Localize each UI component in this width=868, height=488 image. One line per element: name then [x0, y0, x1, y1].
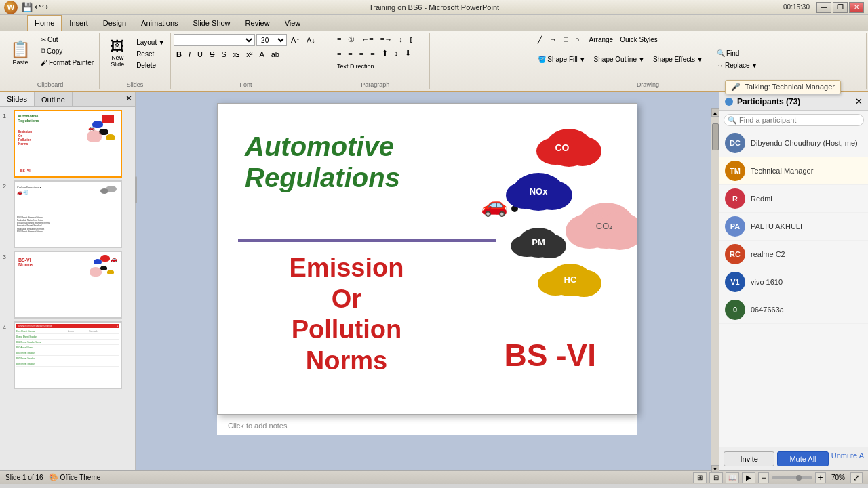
- shape-line-tool[interactable]: ╱: [535, 34, 545, 45]
- bullets-button[interactable]: ≡: [334, 34, 344, 45]
- tab-animations[interactable]: Animations: [134, 15, 185, 31]
- slide-thumb-1[interactable]: 1 AutomotiveRegulations EmissionOrPollut…: [3, 110, 132, 178]
- replace-button[interactable]: ↔Replace ▼: [714, 60, 761, 70]
- underline-button[interactable]: U: [195, 49, 205, 60]
- zoom-slider[interactable]: [772, 476, 812, 479]
- increase-font-button[interactable]: A↑: [288, 35, 302, 45]
- shape-oval-tool[interactable]: ○: [572, 34, 583, 45]
- participant-avatar-7: 0: [725, 300, 745, 320]
- cut-icon: ✂: [41, 36, 46, 43]
- copy-icon: ⧉: [41, 47, 45, 55]
- close-button[interactable]: ✕: [849, 2, 864, 13]
- participant-name-6: vivo 1610: [751, 278, 783, 286]
- scroll-up-arrow[interactable]: ▲: [711, 108, 719, 117]
- scroll-down-arrow[interactable]: ▼: [711, 465, 719, 473]
- layout-button[interactable]: Layout ▼: [134, 37, 167, 47]
- align-left-button[interactable]: ≡: [334, 47, 344, 58]
- cut-button[interactable]: ✂Cut: [38, 34, 96, 45]
- mute-all-button[interactable]: Mute All: [777, 451, 828, 466]
- close-panel-button[interactable]: ✕: [123, 92, 135, 106]
- copy-button[interactable]: ⧉Copy: [38, 45, 96, 56]
- slides-group-label: Slides: [102, 81, 167, 88]
- line-spacing-button[interactable]: ↕: [396, 34, 406, 45]
- invite-button[interactable]: Invite: [724, 451, 774, 466]
- slide-num-1: 1: [3, 113, 11, 119]
- reset-button[interactable]: Reset: [134, 48, 167, 59]
- office-logo[interactable]: W: [4, 1, 18, 14]
- participant-name-1: Dibyendu Choudhury (Host, me): [751, 139, 858, 147]
- quick-access-undo[interactable]: ↩: [35, 3, 41, 12]
- arrange-button[interactable]: Arrange: [587, 34, 616, 45]
- svg-text:PM: PM: [532, 237, 545, 247]
- shape-arrow-tool[interactable]: →: [547, 34, 559, 45]
- unmute-button[interactable]: Unmute A: [831, 451, 864, 466]
- tab-home[interactable]: Home: [27, 15, 62, 31]
- slide-num-4: 4: [3, 324, 11, 331]
- italic-button[interactable]: I: [186, 49, 193, 60]
- svg-text:CO₂: CO₂: [596, 221, 613, 231]
- slide-thumb-4[interactable]: 4 Survey of Emission standards in India …: [3, 321, 132, 389]
- superscript-button[interactable]: x²: [243, 49, 255, 60]
- restore-button[interactable]: ❐: [833, 2, 848, 13]
- find-button[interactable]: 🔍Find: [714, 47, 761, 58]
- slideshow-button[interactable]: ▶: [742, 472, 755, 483]
- notes-area[interactable]: Click to add notes: [217, 415, 637, 435]
- shape-rect-tool[interactable]: □: [561, 34, 571, 45]
- quick-access-save[interactable]: 💾: [22, 2, 33, 12]
- bold-button[interactable]: B: [174, 49, 184, 60]
- quick-access-redo[interactable]: ↪: [42, 3, 48, 12]
- tab-slideshow[interactable]: Slide Show: [186, 15, 238, 31]
- tab-insert[interactable]: Insert: [62, 15, 96, 31]
- justify-button[interactable]: ≡: [368, 47, 377, 58]
- ribbon-group-font: 20 A↑ A↓ B I U S S x₂ x² A ab Font: [171, 33, 321, 89]
- text-direction-button[interactable]: Text Direction: [334, 61, 377, 72]
- quick-styles-button[interactable]: Quick Styles: [617, 34, 660, 45]
- delete-button[interactable]: Delete: [134, 60, 167, 70]
- tab-view[interactable]: View: [277, 15, 309, 31]
- shape-fill-button[interactable]: 🪣Shape Fill ▼: [535, 54, 588, 64]
- format-painter-button[interactable]: 🖌Format Painter: [38, 57, 96, 68]
- gas-clouds-diagram: 🚗 CO NOx PM: [420, 104, 637, 321]
- shape-outline-button[interactable]: Shape Outline ▼: [591, 54, 648, 64]
- reading-view-button[interactable]: 📖: [726, 472, 739, 483]
- participant-item-1: DC Dibyendu Choudhury (Host, me): [719, 129, 868, 157]
- new-slide-button[interactable]: 🖼 New Slide: [102, 34, 132, 72]
- slides-tab[interactable]: Slides: [0, 92, 35, 106]
- align-top-button[interactable]: ⬆: [379, 47, 391, 58]
- slide-canvas[interactable]: Automotive Regulations Emission Or Pollu…: [217, 103, 637, 415]
- slide-sorter-button[interactable]: ⊟: [709, 472, 723, 483]
- slide-thumb-3[interactable]: 3 BS-VINorms 🚗: [3, 251, 132, 319]
- fit-slide-button[interactable]: ⤢: [850, 472, 863, 483]
- strikethrough-button[interactable]: S: [207, 49, 217, 60]
- slide-thumb-2[interactable]: 2 Carbon Emissions ● 🚗💨 BS4 Bharat Stand…: [3, 180, 132, 248]
- align-center-button[interactable]: ≡: [345, 47, 355, 58]
- numbering-button[interactable]: ①: [345, 34, 357, 45]
- font-color-button[interactable]: A: [256, 49, 267, 60]
- font-name-select[interactable]: [174, 34, 255, 46]
- highlight-button[interactable]: ab: [269, 49, 282, 60]
- shadow-button[interactable]: S: [218, 49, 229, 60]
- subscript-button[interactable]: x₂: [231, 49, 243, 60]
- shape-effects-button[interactable]: Shape Effects ▼: [650, 54, 706, 64]
- outline-tab[interactable]: Outline: [35, 92, 73, 106]
- align-middle-button[interactable]: ↕: [392, 47, 401, 58]
- paste-button[interactable]: 📋 Paste: [4, 34, 37, 72]
- minimize-button[interactable]: —: [816, 2, 831, 13]
- slide-num-2: 2: [3, 183, 11, 190]
- font-size-select[interactable]: 20: [256, 34, 287, 46]
- zoom-out-button[interactable]: −: [758, 472, 769, 483]
- columns-button[interactable]: ⫿: [407, 34, 416, 45]
- participants-search-input[interactable]: [724, 114, 864, 126]
- indent-inc-button[interactable]: ≡→: [378, 34, 395, 45]
- indent-dec-button[interactable]: ←≡: [359, 34, 376, 45]
- decrease-font-button[interactable]: A↓: [304, 35, 318, 45]
- align-bottom-button[interactable]: ⬇: [402, 47, 414, 58]
- right-scrollbar[interactable]: ▲ ▼: [711, 108, 719, 473]
- tab-review[interactable]: Review: [238, 15, 277, 31]
- zoom-in-button[interactable]: +: [815, 472, 826, 483]
- align-right-button[interactable]: ≡: [357, 47, 366, 58]
- normal-view-button[interactable]: ⊞: [693, 472, 707, 483]
- svg-text:HC: HC: [564, 274, 577, 285]
- tab-design[interactable]: Design: [96, 15, 134, 31]
- close-participants-button[interactable]: ✕: [855, 96, 863, 106]
